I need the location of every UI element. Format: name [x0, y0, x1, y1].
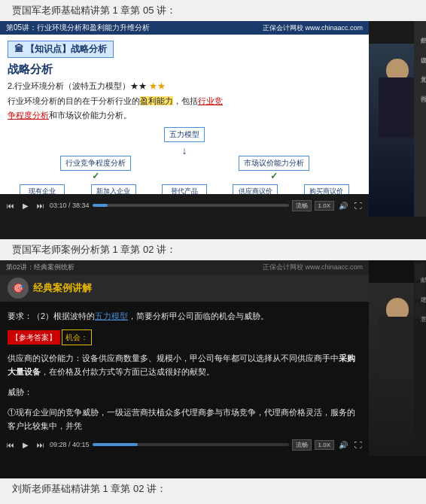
- progress-fill2: [93, 443, 138, 446]
- person-body2: [379, 317, 416, 377]
- next-btn[interactable]: ⏭: [35, 202, 47, 210]
- video2-slide: 第02讲：经典案例统析 正保会计网校 www.chinaacc.com 🎯 经典…: [0, 260, 369, 456]
- highlight-compete2: 争程度分析: [8, 111, 49, 120]
- subtitle-text: 2.行业环境分析（波特五力模型）★★ ★★: [8, 80, 361, 93]
- prev-btn[interactable]: ⏮: [5, 202, 17, 210]
- threat-label: 威胁：: [8, 382, 361, 402]
- volume-btn2[interactable]: 🔊: [337, 441, 349, 449]
- rate-btn1[interactable]: 1.0X: [315, 201, 334, 211]
- section2-label-container: 贾国军老师案例分析第 1 章第 02 讲：: [0, 239, 426, 260]
- quality-btn2[interactable]: 流畅: [292, 439, 312, 451]
- person-figure: [386, 59, 409, 81]
- person-figure2: [386, 298, 409, 320]
- answer-text: 【参考答案】机会：: [8, 326, 361, 348]
- volume-btn1[interactable]: 🔊: [337, 202, 349, 210]
- body-text: 行业环境分析的目的在于分析行业的盈利能力，包括行业竞: [8, 95, 361, 108]
- sidebar-suggest[interactable]: 建议: [415, 44, 425, 60]
- play-btn[interactable]: ▶: [20, 202, 32, 210]
- footer-label: 刘斯老师基础精讲第 1 章第 02 讲：: [6, 478, 172, 497]
- fullscreen-btn2[interactable]: ⛶: [352, 441, 364, 449]
- video1-controls: ⏮ ▶ ⏭ 03:10 / 38:34 流畅 1.0X 🔊 ⛶: [0, 194, 369, 217]
- diagram-col-right: 市场议价能力分析 ✓: [239, 156, 309, 181]
- checkmark-right: ✓: [270, 171, 278, 181]
- slide1-header-left: 第05讲：行业环境分析和盈利能力升维分析: [6, 23, 150, 33]
- slide1-logo: 正保会计网校 www.chinaacc.com: [263, 24, 363, 32]
- diagram-box-main: 五力模型: [164, 127, 205, 142]
- highlight-profit: 盈利能力: [140, 96, 173, 105]
- person-body: [379, 77, 416, 138]
- rate-btn2[interactable]: 1.0X: [315, 440, 334, 450]
- progress-bar1[interactable]: [93, 204, 289, 207]
- quality-btn1[interactable]: 流畅: [292, 200, 312, 211]
- sidebar-contract[interactable]: 合同: [415, 83, 425, 99]
- body-text2: 争程度分析和市场议价能力分析。: [8, 109, 361, 123]
- footer-label-container: 刘斯老师基础精讲第 1 章第 02 讲：: [0, 478, 426, 499]
- slide1-body: 🏛 【知识点】战略分析 战略分析 2.行业环境分析（波特五力模型）★★ ★★ 行…: [0, 35, 369, 214]
- video1-wrapper: 第05讲：行业环境分析和盈利能力升维分析 正保会计网校 www.chinaacc…: [0, 21, 426, 239]
- case-title-bar: 🎯 经典案例讲解: [0, 275, 369, 302]
- five-forces-link: 五力模型: [95, 311, 128, 320]
- checkmark-left: ✓: [92, 171, 99, 181]
- chance-tag: 机会：: [62, 329, 92, 345]
- knowledge-icon: 🏛: [14, 44, 23, 54]
- req-text: 要求：（2）根据波特的五力模型，简要分析甲公司面临的机会与威胁。: [8, 306, 361, 326]
- slide2-header: 第02讲：经典案例统析 正保会计网校 www.chinaacc.com: [0, 260, 369, 275]
- purchase-bold: 采购大量设备: [8, 354, 355, 377]
- knowledge-tag: 🏛 【知识点】战略分析: [8, 41, 114, 58]
- highlight-compete: 行业竞: [198, 96, 223, 105]
- sidebar-buttons2: 邮 建 意: [414, 260, 426, 456]
- diagram-row1: 行业竞争程度分析 ✓ 市场议价能力分析 ✓: [8, 156, 361, 181]
- section2-label: 贾国军老师案例分析第 1 章第 02 讲：: [6, 239, 182, 258]
- video2-controls: ⏮ ▶ ⏭ 09:28 / 40:15 流畅 1.0X 🔊 ⛶: [0, 433, 369, 456]
- slide2-logo: 正保会计网校 www.chinaacc.com: [263, 263, 363, 272]
- supply-text: 供应商的议价能力：设备供应商数量多、规模小，甲公司每年都可以选择从不同供应商手中…: [8, 348, 361, 382]
- threat-text1: ①现有企业间的竞争威胁，一级运营商扶植众多代理商参与市场竞争，代理商价格灵活，服…: [8, 402, 361, 436]
- video1-slide: 第05讲：行业环境分析和盈利能力升维分析 正保会计网校 www.chinaacc…: [0, 21, 369, 217]
- progress-bar2[interactable]: [93, 443, 289, 446]
- sidebar2-opinion[interactable]: 意: [415, 302, 425, 319]
- sidebar2-suggest[interactable]: 建: [415, 283, 425, 299]
- video2-wrapper: 第02讲：经典案例统析 正保会计网校 www.chinaacc.com 🎯 经典…: [0, 260, 426, 478]
- slide2-header-left: 第02讲：经典案例统析: [6, 263, 75, 272]
- slide1-header: 第05讲：行业环境分析和盈利能力升维分析 正保会计网校 www.chinaacc…: [0, 21, 369, 35]
- diagram-col-left: 行业竞争程度分析 ✓: [60, 156, 131, 181]
- sidebar-email[interactable]: 邮件: [415, 24, 425, 41]
- sidebar-opinion[interactable]: 意见: [415, 63, 425, 80]
- time-display1: 03:10 / 38:34: [50, 202, 90, 209]
- prev-btn2[interactable]: ⏮: [5, 441, 17, 449]
- diagram-box-market: 市场议价能力分析: [239, 156, 309, 171]
- progress-fill1: [93, 204, 108, 207]
- fullscreen-btn1[interactable]: ⛶: [352, 202, 364, 210]
- answer-tag: 【参考答案】: [8, 330, 60, 345]
- diagram-box-compete: 行业竞争程度分析: [60, 156, 131, 171]
- time-display2: 09:28 / 40:15: [50, 441, 90, 448]
- case-title: 经典案例讲解: [33, 281, 92, 295]
- sidebar-buttons1: 邮件 建议 意见 合同: [414, 21, 426, 217]
- arrow-down: ↓: [8, 145, 361, 156]
- diagram-center: 五力模型: [8, 127, 361, 142]
- next-btn2[interactable]: ⏭: [35, 441, 47, 449]
- stars: ★★: [149, 81, 166, 90]
- play-btn2[interactable]: ▶: [20, 441, 32, 449]
- case-icon: 🎯: [8, 278, 29, 299]
- section1-label: 贾国军老师基础精讲第 1 章第 05 讲：: [6, 0, 182, 19]
- sidebar2-email[interactable]: 邮: [415, 263, 425, 280]
- page-container: 贾国军老师基础精讲第 1 章第 05 讲： 第05讲：行业环境分析和盈利能力升维…: [0, 0, 426, 499]
- strategy-title: 战略分析: [8, 62, 361, 77]
- section1-label-container: 贾国军老师基础精讲第 1 章第 05 讲：: [0, 0, 426, 21]
